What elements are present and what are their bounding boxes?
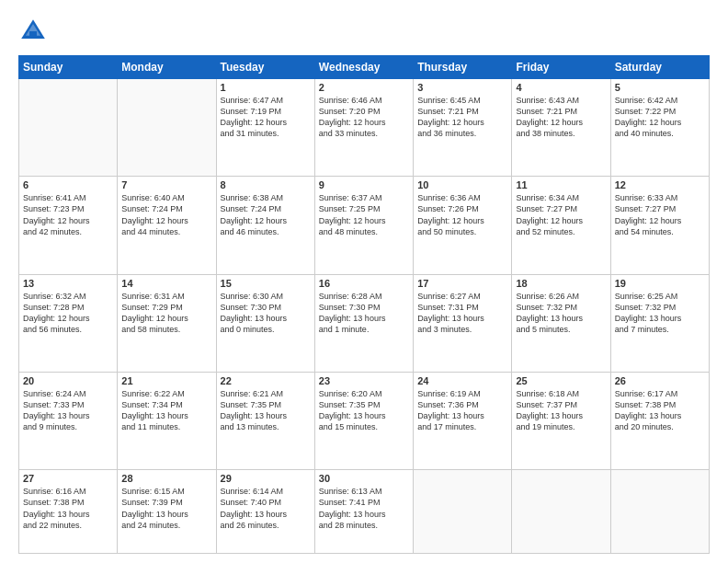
day-info: Sunrise: 6:36 AM Sunset: 7:26 PM Dayligh… [417,192,507,237]
day-info: Sunrise: 6:40 AM Sunset: 7:24 PM Dayligh… [121,192,211,237]
day-number: 14 [121,278,211,289]
day-number: 12 [615,179,705,190]
day-info: Sunrise: 6:33 AM Sunset: 7:27 PM Dayligh… [615,192,705,237]
calendar-cell: 20Sunrise: 6:24 AM Sunset: 7:33 PM Dayli… [19,372,118,469]
calendar-cell: 7Sunrise: 6:40 AM Sunset: 7:24 PM Daylig… [118,177,216,274]
day-number: 27 [23,473,113,484]
page: SundayMondayTuesdayWednesdayThursdayFrid… [0,0,728,563]
day-number: 17 [417,278,507,289]
day-info: Sunrise: 6:47 AM Sunset: 7:19 PM Dayligh… [221,95,311,140]
day-info: Sunrise: 6:43 AM Sunset: 7:21 PM Dayligh… [516,95,606,140]
day-info: Sunrise: 6:17 AM Sunset: 7:38 PM Dayligh… [615,388,705,433]
calendar-week-4: 20Sunrise: 6:24 AM Sunset: 7:33 PM Dayli… [19,372,710,469]
day-number: 30 [319,473,409,484]
calendar-cell: 4Sunrise: 6:43 AM Sunset: 7:21 PM Daylig… [512,79,610,177]
calendar-cell: 30Sunrise: 6:13 AM Sunset: 7:41 PM Dayli… [314,470,413,554]
calendar-cell: 24Sunrise: 6:19 AM Sunset: 7:36 PM Dayli… [414,372,512,469]
day-number: 13 [23,278,113,289]
day-number: 2 [319,82,409,93]
day-number: 3 [417,82,507,93]
calendar-week-3: 13Sunrise: 6:32 AM Sunset: 7:28 PM Dayli… [19,274,710,372]
weekday-header-sunday: Sunday [19,56,118,79]
calendar-cell: 2Sunrise: 6:46 AM Sunset: 7:20 PM Daylig… [314,79,413,177]
day-number: 21 [121,375,211,386]
day-number: 10 [417,179,507,190]
calendar-cell: 3Sunrise: 6:45 AM Sunset: 7:21 PM Daylig… [414,79,512,177]
day-number: 8 [221,179,311,190]
day-number: 23 [319,375,409,386]
calendar-cell: 11Sunrise: 6:34 AM Sunset: 7:27 PM Dayli… [512,177,610,274]
day-info: Sunrise: 6:15 AM Sunset: 7:39 PM Dayligh… [121,486,211,531]
day-info: Sunrise: 6:41 AM Sunset: 7:23 PM Dayligh… [23,192,113,237]
day-info: Sunrise: 6:26 AM Sunset: 7:32 PM Dayligh… [516,291,606,336]
day-number: 19 [615,278,705,289]
day-number: 4 [516,82,606,93]
day-number: 9 [319,179,409,190]
day-number: 20 [23,375,113,386]
day-info: Sunrise: 6:20 AM Sunset: 7:35 PM Dayligh… [319,388,409,433]
calendar-week-5: 27Sunrise: 6:16 AM Sunset: 7:38 PM Dayli… [19,470,710,554]
calendar-cell: 13Sunrise: 6:32 AM Sunset: 7:28 PM Dayli… [19,274,118,372]
calendar-cell: 21Sunrise: 6:22 AM Sunset: 7:34 PM Dayli… [118,372,216,469]
calendar-cell: 15Sunrise: 6:30 AM Sunset: 7:30 PM Dayli… [216,274,314,372]
day-number: 26 [615,375,705,386]
weekday-header-row: SundayMondayTuesdayWednesdayThursdayFrid… [19,56,710,79]
calendar-cell [414,470,512,554]
calendar-cell: 14Sunrise: 6:31 AM Sunset: 7:29 PM Dayli… [118,274,216,372]
calendar-cell: 10Sunrise: 6:36 AM Sunset: 7:26 PM Dayli… [414,177,512,274]
calendar-table: SundayMondayTuesdayWednesdayThursdayFrid… [18,55,710,554]
svg-rect-2 [29,31,37,39]
weekday-header-thursday: Thursday [414,56,512,79]
day-info: Sunrise: 6:38 AM Sunset: 7:24 PM Dayligh… [221,192,311,237]
calendar-cell [512,470,610,554]
calendar-cell: 27Sunrise: 6:16 AM Sunset: 7:38 PM Dayli… [19,470,118,554]
day-number: 25 [516,375,606,386]
day-info: Sunrise: 6:19 AM Sunset: 7:36 PM Dayligh… [417,388,507,433]
calendar-cell: 25Sunrise: 6:18 AM Sunset: 7:37 PM Dayli… [512,372,610,469]
day-info: Sunrise: 6:24 AM Sunset: 7:33 PM Dayligh… [23,388,113,433]
day-number: 16 [319,278,409,289]
weekday-header-wednesday: Wednesday [314,56,413,79]
calendar-cell: 6Sunrise: 6:41 AM Sunset: 7:23 PM Daylig… [19,177,118,274]
day-info: Sunrise: 6:21 AM Sunset: 7:35 PM Dayligh… [221,388,311,433]
day-info: Sunrise: 6:32 AM Sunset: 7:28 PM Dayligh… [23,291,113,336]
calendar-week-1: 1Sunrise: 6:47 AM Sunset: 7:19 PM Daylig… [19,79,710,177]
weekday-header-monday: Monday [118,56,216,79]
day-info: Sunrise: 6:25 AM Sunset: 7:32 PM Dayligh… [615,291,705,336]
calendar-cell: 18Sunrise: 6:26 AM Sunset: 7:32 PM Dayli… [512,274,610,372]
day-info: Sunrise: 6:31 AM Sunset: 7:29 PM Dayligh… [121,291,211,336]
calendar-cell: 9Sunrise: 6:37 AM Sunset: 7:25 PM Daylig… [314,177,413,274]
calendar-cell: 8Sunrise: 6:38 AM Sunset: 7:24 PM Daylig… [216,177,314,274]
day-info: Sunrise: 6:16 AM Sunset: 7:38 PM Dayligh… [23,486,113,531]
day-info: Sunrise: 6:27 AM Sunset: 7:31 PM Dayligh… [417,291,507,336]
day-number: 24 [417,375,507,386]
day-number: 29 [221,473,311,484]
day-number: 22 [221,375,311,386]
calendar-cell: 5Sunrise: 6:42 AM Sunset: 7:22 PM Daylig… [610,79,709,177]
day-number: 7 [121,179,211,190]
day-number: 1 [221,82,311,93]
day-info: Sunrise: 6:42 AM Sunset: 7:22 PM Dayligh… [615,95,705,140]
day-info: Sunrise: 6:13 AM Sunset: 7:41 PM Dayligh… [319,486,409,531]
day-info: Sunrise: 6:22 AM Sunset: 7:34 PM Dayligh… [121,388,211,433]
day-number: 15 [221,278,311,289]
calendar-cell: 19Sunrise: 6:25 AM Sunset: 7:32 PM Dayli… [610,274,709,372]
logo [18,17,51,46]
calendar-cell: 1Sunrise: 6:47 AM Sunset: 7:19 PM Daylig… [216,79,314,177]
day-number: 28 [121,473,211,484]
calendar-cell [19,79,118,177]
day-number: 5 [615,82,705,93]
day-info: Sunrise: 6:34 AM Sunset: 7:27 PM Dayligh… [516,192,606,237]
weekday-header-tuesday: Tuesday [216,56,314,79]
header [18,17,710,46]
logo-icon [18,17,48,46]
calendar-cell [118,79,216,177]
weekday-header-saturday: Saturday [610,56,709,79]
calendar-cell: 16Sunrise: 6:28 AM Sunset: 7:30 PM Dayli… [314,274,413,372]
calendar-cell: 28Sunrise: 6:15 AM Sunset: 7:39 PM Dayli… [118,470,216,554]
day-info: Sunrise: 6:45 AM Sunset: 7:21 PM Dayligh… [417,95,507,140]
day-info: Sunrise: 6:18 AM Sunset: 7:37 PM Dayligh… [516,388,606,433]
calendar-cell: 23Sunrise: 6:20 AM Sunset: 7:35 PM Dayli… [314,372,413,469]
day-info: Sunrise: 6:14 AM Sunset: 7:40 PM Dayligh… [221,486,311,531]
day-info: Sunrise: 6:37 AM Sunset: 7:25 PM Dayligh… [319,192,409,237]
